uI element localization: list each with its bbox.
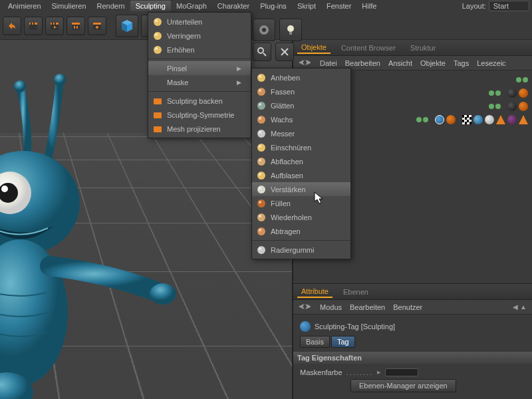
layout-dropdown[interactable]: Start: [489, 1, 529, 11]
sculpting-menu[interactable]: UnterteilenVerringernErhöhenPinsel▶Maske…: [148, 12, 251, 138]
subbar-lesezeichen[interactable]: Lesezeic: [477, 59, 505, 67]
svg-rect-6: [52, 23, 53, 25]
brush-fassen[interactable]: Fassen: [252, 84, 350, 98]
brush-submenu[interactable]: AnhebenFassenGlättenWachsMesserEinschnür…: [251, 68, 351, 259]
menu-animieren[interactable]: Animieren: [3, 1, 47, 11]
object-tags[interactable]: [435, 115, 528, 124]
brush-wiederholen[interactable]: Wiederholen: [252, 210, 350, 224]
attr-options-icon[interactable]: ◀ ▲: [513, 303, 527, 311]
maskcolor-label: Maskenfarbe: [300, 368, 342, 376]
svg-point-41: [259, 117, 261, 120]
menu-rendern[interactable]: Rendern: [92, 1, 130, 11]
tab-content-browser[interactable]: Content Browser: [337, 43, 400, 53]
tab-struktur[interactable]: Struktur: [406, 43, 440, 53]
brush-aufblasen[interactable]: Aufblasen: [252, 168, 350, 182]
expand-arrow-icon[interactable]: ▸: [377, 368, 381, 376]
toolbar-gear-button[interactable]: [253, 19, 275, 41]
menu-simulieren[interactable]: Simulieren: [47, 1, 92, 11]
toolbar-cube-button[interactable]: [116, 15, 138, 37]
svg-rect-31: [154, 98, 162, 104]
menu-hilfe[interactable]: Hilfe: [356, 1, 382, 11]
brush-radiergummi[interactable]: Radiergummi: [252, 243, 350, 257]
brush-anheben[interactable]: Anheben: [252, 70, 350, 84]
brush-füllen[interactable]: Füllen: [252, 196, 350, 210]
subbar-tags[interactable]: Tags: [454, 59, 469, 67]
menu-sculpting[interactable]: Sculpting: [130, 1, 171, 11]
svg-rect-12: [76, 26, 78, 29]
toolbar-clapperboard-4[interactable]: [88, 17, 106, 35]
svg-point-27: [154, 32, 162, 40]
maskcolor-field[interactable]: [385, 368, 418, 376]
svg-rect-3: [33, 23, 35, 25]
object-tags[interactable]: [507, 88, 528, 98]
attr-benutzer[interactable]: Benutzer: [393, 303, 422, 311]
toolbar-cross-button[interactable]: [275, 43, 294, 61]
layer-manager-button[interactable]: Ebenen-Manager anzeigen: [350, 379, 456, 392]
object-tags[interactable]: [507, 102, 528, 111]
menuitem-maske[interactable]: Maske▶: [148, 75, 251, 89]
toolbar-clapperboard-3[interactable]: [66, 17, 85, 35]
floating-toolbar-2: [253, 43, 294, 61]
subbar-ansicht[interactable]: Ansicht: [388, 59, 412, 67]
svg-point-25: [154, 18, 162, 26]
svg-point-35: [259, 75, 261, 78]
sculpting-tag-icon: [300, 321, 311, 332]
toolbar-search-button[interactable]: [253, 43, 271, 61]
attr-modus[interactable]: Modus: [320, 303, 342, 311]
svg-point-64: [258, 48, 263, 53]
subbar-objekte[interactable]: Objekte: [420, 59, 446, 67]
svg-rect-33: [154, 126, 162, 132]
subbar-nav-icon[interactable]: ⮜⮞: [299, 59, 312, 66]
toolbar-clapperboard-1[interactable]: [24, 17, 43, 35]
svg-point-29: [154, 46, 162, 54]
brush-einschnüren[interactable]: Einschnüren: [252, 140, 350, 154]
menu-charakter[interactable]: Charakter: [212, 1, 255, 11]
svg-point-51: [259, 187, 261, 190]
brush-messer[interactable]: Messer: [252, 126, 350, 140]
menuitem-verringern[interactable]: Verringern: [148, 29, 251, 43]
svg-rect-14: [93, 23, 101, 25]
subtab-tag[interactable]: Tag: [331, 336, 355, 348]
svg-point-38: [257, 102, 265, 110]
brush-verstärken[interactable]: Verstärken: [252, 182, 350, 196]
menuitem-pinsel[interactable]: Pinsel▶: [148, 61, 251, 75]
menu-fenster[interactable]: Fenster: [321, 1, 356, 11]
menuitem-unterteilen[interactable]: Unterteilen: [148, 15, 251, 29]
toolbar-undo-button[interactable]: [3, 17, 21, 35]
menu-mograph[interactable]: MoGraph: [171, 1, 212, 11]
svg-rect-2: [31, 23, 32, 25]
menuitem-mesh-projizieren[interactable]: Mesh projizieren: [148, 122, 251, 136]
svg-point-44: [257, 144, 265, 152]
subbar-datei[interactable]: Datei: [320, 59, 337, 67]
tab-attribute[interactable]: Attribute: [297, 286, 332, 298]
tag-title: Sculpting-Tag [Sculpting]: [315, 323, 395, 331]
menuitem-sculpting-symmetrie[interactable]: Sculpting-Symmetrie: [148, 108, 251, 122]
subbar-nav-icon[interactable]: ⮜⮞: [299, 303, 312, 311]
svg-point-15: [96, 26, 98, 29]
svg-point-47: [259, 159, 261, 162]
menu-skript[interactable]: Skript: [292, 1, 321, 11]
svg-point-42: [257, 130, 265, 138]
svg-point-45: [259, 145, 261, 148]
tab-ebenen[interactable]: Ebenen: [339, 287, 372, 297]
brush-abflachen[interactable]: Abflachen: [252, 154, 350, 168]
menuitem-erhöhen[interactable]: Erhöhen: [148, 43, 251, 57]
toolbar-light-button[interactable]: [279, 19, 302, 41]
brush-glätten[interactable]: Glätten: [252, 98, 350, 112]
svg-point-34: [257, 74, 265, 82]
toolbar-clapperboard-2[interactable]: [45, 17, 64, 35]
menuitem-sculpting-backen[interactable]: Sculpting backen: [148, 94, 251, 108]
svg-point-26: [155, 19, 158, 22]
subbar-bearbeiten[interactable]: Bearbeiten: [345, 59, 380, 67]
brush-abtragen[interactable]: Abtragen: [252, 224, 350, 238]
svg-point-61: [262, 28, 266, 32]
subtab-basis[interactable]: Basis: [300, 336, 330, 348]
svg-point-58: [257, 246, 265, 254]
svg-rect-10: [72, 23, 80, 25]
brush-wachs[interactable]: Wachs: [252, 112, 350, 126]
maskcolor-row: Maskenfarbe ........ ▸: [300, 368, 525, 376]
attr-bearbeiten[interactable]: Bearbeiten: [350, 303, 385, 311]
menu-plug-ins[interactable]: Plug-ins: [255, 1, 292, 11]
svg-point-55: [259, 215, 261, 217]
tab-objekte[interactable]: Objekte: [297, 42, 331, 54]
